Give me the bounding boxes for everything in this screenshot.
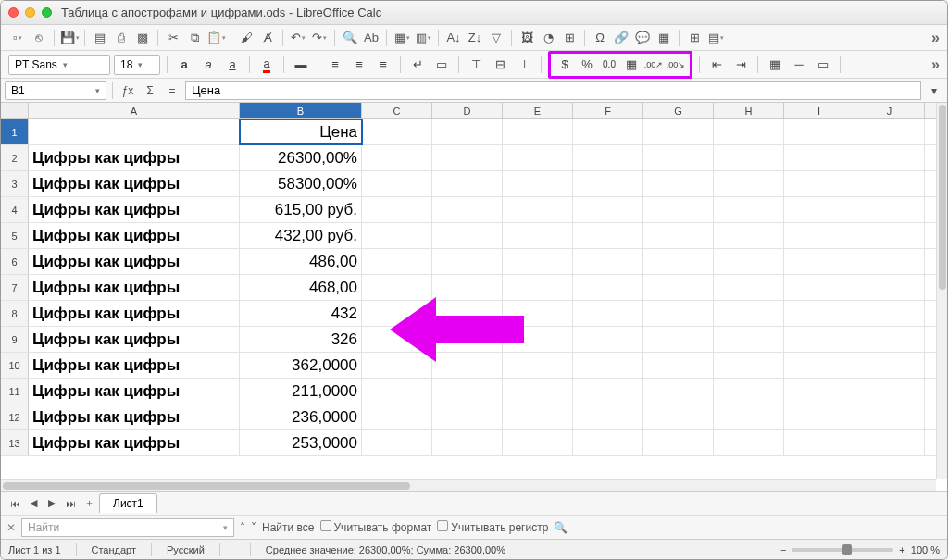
cell[interactable] xyxy=(573,249,643,274)
cell[interactable] xyxy=(643,119,714,144)
cell[interactable] xyxy=(573,327,643,352)
toolbar-overflow-icon[interactable]: » xyxy=(931,30,940,46)
cell[interactable] xyxy=(784,430,854,455)
cell[interactable] xyxy=(854,379,925,404)
special-char-icon[interactable]: Ω xyxy=(591,29,609,47)
cell[interactable] xyxy=(362,145,432,170)
cell[interactable] xyxy=(573,223,643,248)
formula-input[interactable]: Цена xyxy=(185,81,921,100)
cell[interactable]: Цифры как цифры xyxy=(29,275,240,300)
status-language[interactable]: Русский xyxy=(167,544,205,555)
cell[interactable] xyxy=(432,223,503,248)
cell[interactable] xyxy=(643,430,714,455)
cell[interactable] xyxy=(784,249,854,274)
remove-decimal-icon[interactable]: .00↘ xyxy=(666,55,686,75)
cell[interactable]: 432 xyxy=(240,301,362,326)
cell[interactable] xyxy=(714,275,784,300)
cell[interactable]: Цифры как цифры xyxy=(29,301,240,326)
cell[interactable]: Цифры как цифры xyxy=(29,379,240,404)
cell[interactable] xyxy=(784,197,854,222)
row-header[interactable]: 2 xyxy=(1,145,29,170)
cell[interactable] xyxy=(432,171,503,196)
cell[interactable] xyxy=(362,379,432,404)
cell[interactable] xyxy=(362,171,432,196)
cell[interactable] xyxy=(503,275,573,300)
export-pdf-icon[interactable]: ▤ xyxy=(91,29,109,47)
cell[interactable] xyxy=(503,171,573,196)
sort-asc-icon[interactable]: A↓ xyxy=(444,29,463,47)
cell[interactable] xyxy=(573,171,643,196)
cell[interactable] xyxy=(854,275,925,300)
status-style[interactable]: Стандарт xyxy=(92,544,137,555)
cell[interactable] xyxy=(432,430,503,455)
cell[interactable] xyxy=(573,430,643,455)
find-next-icon[interactable]: ˅ xyxy=(251,521,256,534)
clear-format-icon[interactable]: A̸ xyxy=(258,29,277,47)
sum-icon[interactable]: Σ xyxy=(141,81,159,100)
next-sheet-icon[interactable]: ▶ xyxy=(44,495,60,512)
cell[interactable] xyxy=(362,430,432,455)
spellcheck-icon[interactable]: Ab xyxy=(362,29,380,47)
freeze-icon[interactable]: ⊞ xyxy=(685,29,704,47)
cell[interactable]: 253,0000 xyxy=(240,430,362,455)
cell[interactable] xyxy=(854,353,925,378)
highlight-icon[interactable]: ▬ xyxy=(291,55,311,75)
cell[interactable] xyxy=(643,145,714,170)
cell[interactable] xyxy=(362,353,432,378)
print-preview-icon[interactable]: ▩ xyxy=(133,29,152,47)
cell[interactable] xyxy=(714,379,784,404)
bold-icon[interactable]: a xyxy=(174,55,194,75)
border-color-icon[interactable]: ▭ xyxy=(813,55,833,75)
indent-inc-icon[interactable]: ⇥ xyxy=(730,55,751,75)
cell[interactable] xyxy=(643,379,714,404)
cell[interactable] xyxy=(784,404,854,429)
cell[interactable]: 615,00 руб. xyxy=(240,197,362,222)
row-header[interactable]: 7 xyxy=(1,275,29,300)
col-header-h[interactable]: H xyxy=(714,103,784,118)
cell[interactable] xyxy=(784,327,854,352)
name-box[interactable]: B1▾ xyxy=(5,81,106,100)
cell[interactable] xyxy=(573,197,643,222)
cell[interactable] xyxy=(432,327,503,352)
split-icon[interactable]: ▤ xyxy=(706,29,725,47)
col-header-e[interactable]: E xyxy=(503,103,573,118)
find-icon[interactable]: 🔍 xyxy=(341,29,359,47)
cell[interactable]: 362,0000 xyxy=(240,353,362,378)
align-bottom-icon[interactable]: ⊥ xyxy=(514,55,534,75)
indent-dec-icon[interactable]: ⇤ xyxy=(706,55,727,75)
cell[interactable] xyxy=(643,275,714,300)
cell[interactable] xyxy=(432,197,503,222)
new-icon[interactable]: ▫ xyxy=(8,29,27,47)
col-header-g[interactable]: G xyxy=(643,103,714,118)
align-middle-icon[interactable]: ⊟ xyxy=(490,55,510,75)
cell[interactable] xyxy=(854,119,925,144)
cell[interactable]: Цифры как цифры xyxy=(29,327,240,352)
add-decimal-icon[interactable]: .00↗ xyxy=(643,55,664,75)
cell[interactable]: Цифры как цифры xyxy=(29,249,240,274)
number-format-icon[interactable]: 0.0 xyxy=(599,55,619,75)
cell[interactable] xyxy=(432,301,503,326)
cell[interactable]: 432,00 руб. xyxy=(240,223,362,248)
cell[interactable] xyxy=(432,145,503,170)
currency-format-icon[interactable]: $ xyxy=(555,55,575,75)
cell[interactable]: Цифры как цифры xyxy=(29,353,240,378)
cell[interactable]: 486,00 xyxy=(240,249,362,274)
align-right-icon[interactable]: ≡ xyxy=(373,55,393,75)
cell[interactable]: 236,0000 xyxy=(240,404,362,429)
cell[interactable]: 26300,00% xyxy=(240,145,362,170)
cell[interactable] xyxy=(714,404,784,429)
cell[interactable] xyxy=(503,223,573,248)
cell[interactable] xyxy=(784,353,854,378)
cell[interactable] xyxy=(714,301,784,326)
cell[interactable] xyxy=(643,171,714,196)
cell[interactable] xyxy=(503,353,573,378)
cell[interactable] xyxy=(714,223,784,248)
cell[interactable] xyxy=(643,301,714,326)
cell[interactable] xyxy=(784,145,854,170)
sort-desc-icon[interactable]: Z↓ xyxy=(466,29,484,47)
row-header[interactable]: 4 xyxy=(1,197,29,222)
redo-icon[interactable]: ↷ xyxy=(310,29,329,47)
close-find-icon[interactable]: ✕ xyxy=(6,521,16,534)
col-header-f[interactable]: F xyxy=(573,103,643,118)
comment-icon[interactable]: 💬 xyxy=(633,29,652,47)
